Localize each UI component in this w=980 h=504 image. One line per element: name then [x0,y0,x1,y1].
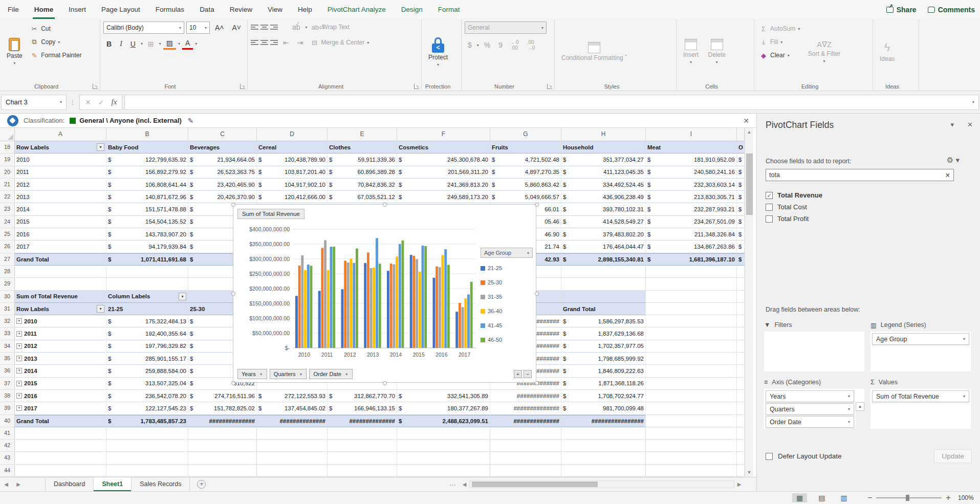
cell[interactable]: $2,898,155,340.81 [561,253,646,266]
cell[interactable]: +2010 [15,315,106,327]
column-header-I[interactable]: I [646,128,737,141]
cell[interactable]: $26,523,363.75 [188,166,257,179]
field-checkbox[interactable] [766,204,773,211]
tab-review[interactable]: Review [222,0,260,19]
expand-icon[interactable]: + [16,368,22,374]
pivot-chart[interactable]: Sum of Total Revenue $400,000,000.00$350… [233,204,536,383]
row-header-29[interactable]: 29 [0,278,15,290]
scroll-left-icon[interactable]: ◀ [460,481,469,487]
chart-selection-handle[interactable] [231,381,235,385]
row-header-25[interactable]: 25 [0,228,15,240]
cell[interactable]: Grand Total [561,303,646,315]
cell[interactable] [737,327,745,340]
zoom-slider[interactable] [876,497,942,498]
cell[interactable]: $1,837,629,136.68 [561,327,646,340]
field-item-total-revenue[interactable]: ✓Total Revenue [766,189,960,201]
area-item-order-date[interactable]: Order Date▾ [766,416,854,428]
area-item-age-group[interactable]: Age Group▾ [872,333,969,345]
axis-categories-area[interactable]: ▲▼ Years▾Quarters▾Order Date▾ [764,389,864,429]
cell[interactable] [188,427,257,440]
cell[interactable]: Fruits [490,141,561,154]
zoom-level[interactable]: 100% [958,494,974,501]
cell[interactable]: $134,867,263.86 [646,240,737,253]
cell[interactable]: $313,507,325.04 [106,378,188,390]
cell[interactable]: 21-25 [106,303,188,315]
row-header-22[interactable]: 22 [0,191,15,203]
row-header-28[interactable]: 28 [0,266,15,278]
cell[interactable]: +2017 [15,402,106,414]
defer-layout-update[interactable]: Defer Layout Update [766,452,842,460]
cell[interactable]: 2011 [15,166,106,179]
cell[interactable]: $122,799,635.92 [106,154,188,166]
row-header-41[interactable]: 41 [0,427,15,440]
cell[interactable] [646,390,737,402]
align-center-icon[interactable] [260,39,268,46]
row-header-36[interactable]: 36 [0,365,15,377]
underline-button[interactable]: U [127,39,139,49]
cell[interactable]: $137,454,845.02 [257,402,328,414]
italic-button[interactable]: I [117,39,125,49]
cell[interactable]: $1,783,485,857.23 [106,415,188,427]
cell[interactable] [15,266,106,278]
cell[interactable]: $1,871,368,118.26 [561,378,646,390]
cell[interactable]: $59,911,339.36 [328,154,397,166]
format-painter-button[interactable]: ✎Format Painter [28,50,83,61]
chart-selection-handle[interactable] [535,292,539,296]
cell[interactable] [106,427,188,440]
cell[interactable] [737,440,745,452]
tab-design[interactable]: Design [394,0,430,19]
cell[interactable] [646,465,737,477]
cell[interactable]: +2015 [15,378,106,390]
values-area[interactable]: Sum of Total Revenue▾ [870,389,971,429]
cell[interactable]: $104,917,902.10 [257,179,328,191]
chart-expand-icon[interactable]: + [514,370,522,378]
increase-decimal-button[interactable]: ←0.00 [508,38,522,52]
clipboard-dialog-launcher[interactable]: ↘ [93,84,98,89]
cell[interactable]: Cosmetics [397,141,490,154]
column-header-A[interactable]: A [15,128,106,141]
number-format-combo[interactable]: General▾ [465,21,547,34]
align-middle-icon[interactable] [260,24,268,31]
classification-close-icon[interactable]: ✕ [743,117,749,125]
cell[interactable]: 2015 [15,216,106,228]
cell[interactable]: $1,702,357,977.05 [561,340,646,353]
scroll-right-icon[interactable]: ▶ [734,481,744,487]
row-header-33[interactable]: 33 [0,327,15,340]
cell[interactable]: $176,464,044.47 [561,240,646,253]
zoom-out-icon[interactable]: − [867,493,872,502]
cell[interactable] [737,452,745,464]
column-header-D[interactable]: D [257,128,328,141]
cell[interactable] [737,365,745,377]
tab-view[interactable]: View [260,0,290,19]
cell[interactable]: $154,504,135.52 [106,216,188,228]
cell[interactable] [737,315,745,327]
cell[interactable]: $213,830,305.71 [646,191,737,203]
cell[interactable]: +2016 [15,390,106,402]
enter-formula-icon[interactable]: ✓ [98,98,104,106]
edit-classification-icon[interactable]: ✎ [188,117,194,125]
cell[interactable]: $103,817,201.40 [257,166,328,179]
insert-function-icon[interactable]: fx [111,98,117,106]
cell[interactable]: Grand Total [15,415,106,427]
cell[interactable]: +2011 [15,327,106,340]
cell[interactable]: $140,871,672.96 [106,191,188,203]
cell[interactable] [257,452,328,464]
column-header-partial[interactable] [737,128,745,141]
row-header-31[interactable]: 31 [0,303,15,315]
cell[interactable]: $ [737,253,745,266]
cell[interactable] [737,353,745,365]
cell[interactable]: $393,780,102.31 [561,203,646,215]
cell[interactable] [646,378,737,390]
cell[interactable]: $120,412,666.00 [257,191,328,203]
cell[interactable] [737,291,745,303]
name-box[interactable]: Chart 3▾ [1,95,67,110]
cell[interactable]: $211,348,326.84 [646,228,737,240]
cell[interactable] [561,465,646,477]
column-header-F[interactable]: F [397,128,490,141]
chart-selection-handle[interactable] [231,292,235,296]
alignment-dialog-launcher[interactable]: ↘ [414,84,419,89]
sheet-tab-dashboard[interactable]: Dashboard [45,477,94,491]
cell[interactable] [646,327,737,340]
cell[interactable] [646,365,737,377]
align-right-icon[interactable] [270,39,278,46]
